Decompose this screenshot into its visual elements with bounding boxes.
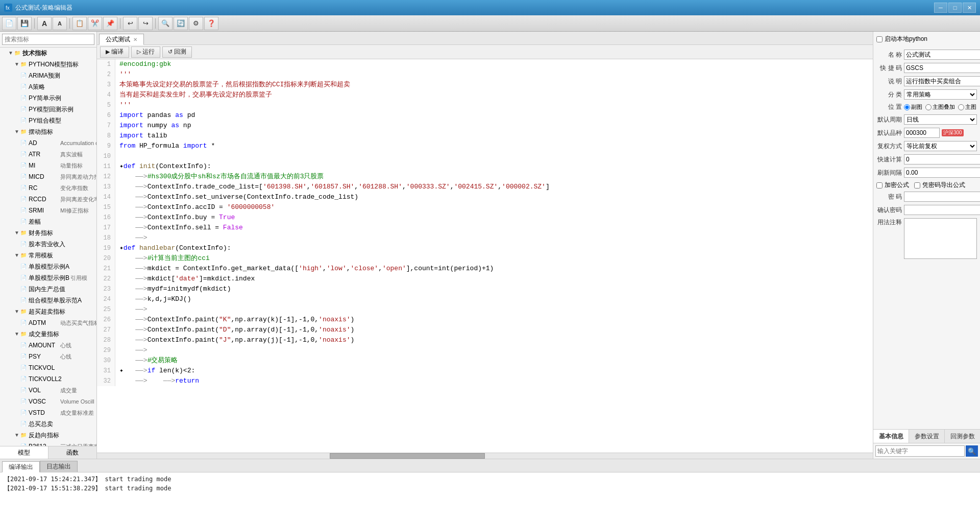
sidebar-item-volume[interactable]: ▼ 📁 成交量指标	[0, 328, 96, 340]
minimize-button[interactable]: ─	[934, 3, 947, 13]
sidebar-item-gdp[interactable]: 📄 国内生产总值	[0, 283, 96, 295]
sidebar-item-vosc[interactable]: 📄 VOSC Volume Oscill	[0, 396, 96, 407]
line-number: 28	[97, 335, 115, 345]
sidebar-item-adtm[interactable]: 📄 ADTM 动态买卖气指标	[0, 317, 96, 328]
position-radio-overlay[interactable]: 主图叠加	[925, 103, 955, 111]
maximize-button[interactable]: □	[948, 3, 962, 13]
sidebar-item-srmi[interactable]: 📄 SRMI MI修正指标	[0, 205, 96, 216]
sidebar-item-micd[interactable]: 📄 MICD 异同离差动力指	[0, 171, 96, 182]
sidebar-item-tickvoll2[interactable]: 📄 TICKVOLL2	[0, 373, 96, 385]
font-smaller-button[interactable]: A	[53, 17, 67, 30]
bottom-tab-compile[interactable]: 编译输出	[2, 461, 40, 472]
save-button[interactable]: 💾	[17, 17, 32, 30]
settings-button[interactable]: ⚙	[189, 17, 203, 30]
sidebar-item-overbought[interactable]: ▼ 📁 超买超卖指标	[0, 306, 96, 317]
sidebar-item-vstd[interactable]: 📄 VSTD 成交量标准差	[0, 407, 96, 418]
calc-method-select[interactable]: 等比前复权	[904, 141, 977, 151]
close-button[interactable]: ✕	[963, 3, 976, 13]
sidebar-item-rc[interactable]: 📄 RC 变化率指数	[0, 182, 96, 194]
run-button[interactable]: ▷ 运行	[131, 46, 160, 58]
tab-close-icon[interactable]: ✕	[133, 37, 137, 42]
password-label: 密 码	[876, 193, 902, 201]
find-button[interactable]: 🔍	[158, 17, 173, 30]
sidebar-item-diff[interactable]: 📄 差幅	[0, 216, 96, 227]
editor-tab-formula[interactable]: 公式测试 ✕	[99, 34, 144, 45]
refresh-input[interactable]	[904, 168, 980, 178]
sidebar-item-vol[interactable]: 📄 VOL 成交量	[0, 385, 96, 396]
encrypt-checkbox[interactable]	[876, 182, 883, 188]
note-label: 用法注释	[876, 218, 902, 227]
position-label: 位 置	[876, 103, 902, 111]
item-desc: MI修正指标	[60, 206, 89, 215]
period-select[interactable]: 日线	[904, 114, 977, 125]
font-larger-button[interactable]: A	[37, 17, 52, 30]
sidebar-item-combo-a[interactable]: 📄 组合模型单股示范A	[0, 295, 96, 306]
right-tab-backtest[interactable]: 回测参数	[945, 430, 980, 443]
shortcut-input[interactable]	[904, 63, 980, 73]
cut-button[interactable]: ✂️	[88, 17, 102, 30]
position-radio-main[interactable]: 主图	[958, 103, 976, 111]
sidebar-item-a-strategy[interactable]: 📄 A策略	[0, 81, 96, 92]
compile-button[interactable]: ▶ 编译	[100, 46, 129, 58]
sidebar-item-mi[interactable]: 📄 MI 动量指标	[0, 160, 96, 171]
sidebar-tab-model[interactable]: 模型	[0, 446, 48, 459]
paste-button[interactable]: 📌	[103, 17, 117, 30]
bottom-tab-log[interactable]: 日志输出	[40, 461, 78, 472]
category-select[interactable]: 常用策略	[904, 89, 977, 100]
sidebar-item-finance[interactable]: ▼ 📁 财务指标	[0, 227, 96, 239]
right-tab-params[interactable]: 参数设置	[909, 430, 945, 443]
keyword-input[interactable]	[875, 445, 965, 457]
line-number: 31	[97, 366, 115, 376]
expand-icon: ▼	[14, 60, 19, 69]
undo-button[interactable]: ↩	[123, 17, 137, 30]
copy-button[interactable]: 📋	[72, 17, 87, 30]
line-content: '''	[115, 69, 873, 80]
confirm-pw-input[interactable]	[904, 205, 980, 215]
sidebar-item-py-simple[interactable]: 📄 PY简单示例	[0, 92, 96, 104]
sidebar-item-py-combo[interactable]: 📄 PY组合模型	[0, 115, 96, 126]
sidebar-item-atr[interactable]: 📄 ATR 真实波幅	[0, 149, 96, 160]
sidebar-item-tickvol[interactable]: 📄 TICKVOL	[0, 362, 96, 373]
sidebar-item-single-b[interactable]: 📄 单股模型示例B 引用模	[0, 272, 96, 283]
sidebar-item-amount[interactable]: 📄 AMOUNT 心线	[0, 340, 96, 351]
sidebar-tab-function[interactable]: 函数	[48, 446, 96, 459]
horizontal-scrollbar[interactable]	[97, 453, 873, 459]
sidebar-item-python-models[interactable]: ▼ 📁 PYTHON模型指标	[0, 59, 96, 70]
sidebar-item-total-trade[interactable]: 📄 总买总卖	[0, 418, 96, 430]
search-input[interactable]	[2, 34, 94, 45]
sidebar-item-common-templates[interactable]: ▼ 📁 常用模板	[0, 250, 96, 261]
file-icon: 📄	[20, 363, 27, 372]
sidebar-item-psy[interactable]: 📄 PSY 心线	[0, 351, 96, 362]
stock-input[interactable]	[904, 128, 940, 138]
blind-checkbox[interactable]	[914, 182, 920, 188]
help-button[interactable]: ❓	[204, 17, 218, 30]
right-tab-basic[interactable]: 基本信息	[873, 430, 909, 443]
sidebar-item-ad[interactable]: 📄 AD Accumulation or	[0, 137, 96, 149]
new-button[interactable]: 📄	[2, 17, 16, 30]
desc-input[interactable]	[904, 76, 980, 86]
name-input[interactable]	[904, 50, 980, 60]
code-line-19: 19 ✦def handlebar(ContextInfo):	[97, 243, 873, 253]
sidebar-item-counter-trend[interactable]: ▼ 📁 反趋向指标	[0, 430, 96, 441]
scrollbar-thumb[interactable]	[330, 453, 485, 459]
item-desc: Accumulation or	[60, 138, 96, 148]
backtest-button[interactable]: ↺ 回测	[162, 46, 192, 58]
sidebar-item-swing[interactable]: ▼ 📁 摆动指标	[0, 126, 96, 137]
password-input[interactable]	[904, 192, 980, 202]
quick-calc-input[interactable]	[904, 154, 980, 164]
sidebar-item-tech-indicators[interactable]: ▼ 📁 技术指标	[0, 48, 96, 59]
note-textarea[interactable]	[904, 218, 977, 259]
keyword-search-button[interactable]: 🔍	[966, 445, 978, 457]
line-content: from HP_formula import *	[115, 141, 873, 151]
code-editor[interactable]: 1 #encoding:gbk 2 ''' 3 本策略事先设定好交易的股票篮子，…	[97, 59, 873, 453]
redo-button[interactable]: ↪	[138, 17, 153, 30]
position-radio-subfig[interactable]: 副图	[904, 103, 922, 111]
sidebar-item-equity[interactable]: 📄 股本营业收入	[0, 239, 96, 250]
replace-button[interactable]: 🔄	[174, 17, 188, 30]
start-python-checkbox[interactable]	[876, 36, 883, 42]
sidebar-item-py-backtest[interactable]: 📄 PY模型回测示例	[0, 104, 96, 115]
sidebar-item-b3612[interactable]: 📄 B3612 三减六日乖离率	[0, 441, 96, 446]
sidebar-item-rccd[interactable]: 📄 RCCD 异间离差变化率	[0, 194, 96, 205]
sidebar-item-arima[interactable]: 📄 ARIMA预测	[0, 70, 96, 81]
sidebar-item-single-a[interactable]: 📄 单股模型示例A	[0, 261, 96, 272]
